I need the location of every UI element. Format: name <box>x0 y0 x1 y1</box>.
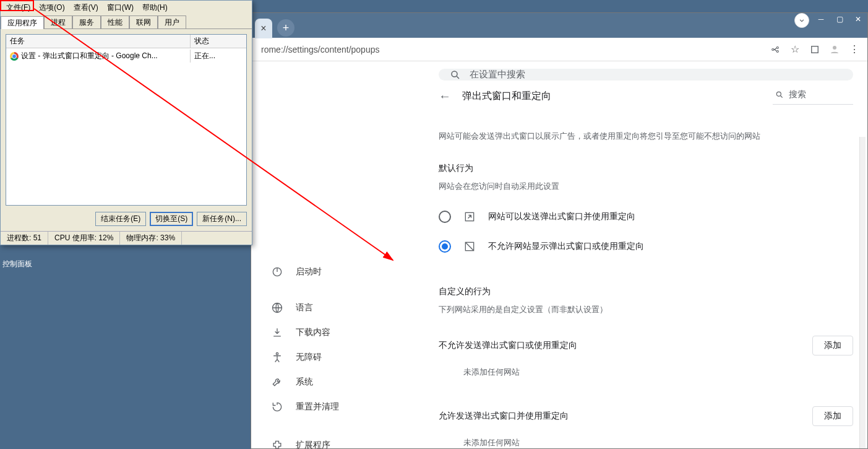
task-row[interactable]: 设置 - 弹出式窗口和重定向 - Google Ch... 正在... <box>6 48 246 64</box>
sidebar-label: 扩展程序 <box>296 440 330 448</box>
menu-file[interactable]: 文件(F) <box>2 1 35 12</box>
power-icon <box>271 266 283 278</box>
tab-network[interactable]: 联网 <box>129 15 158 28</box>
settings-content: 启动时 语言 下载内容 无障碍 系统 重置并清理 <box>251 61 867 448</box>
task-status: 正在... <box>191 50 246 63</box>
scrollbar[interactable] <box>859 137 866 448</box>
intro-text: 网站可能会发送弹出式窗口以展示广告，或者使用重定向将您引导至您可能不想访问的网站 <box>439 130 853 143</box>
status-cpu: CPU 使用率: 12% <box>48 232 120 245</box>
section-search-label: 搜索 <box>789 89 806 100</box>
address-bar[interactable]: rome://settings/content/popups <box>257 45 762 54</box>
settings-sidebar: 启动时 语言 下载内容 无障碍 系统 重置并清理 <box>251 61 424 448</box>
sidebar-label: 下载内容 <box>296 327 330 338</box>
chrome-window: × + ─ ▢ ✕ rome://settings/content/popups… <box>251 12 868 449</box>
col-task[interactable]: 任务 <box>6 35 191 48</box>
task-name: 设置 - 弹出式窗口和重定向 - Google Ch... <box>21 51 158 61</box>
tab-search-button[interactable] <box>794 13 809 28</box>
status-memory: 物理内存: 33% <box>120 232 182 245</box>
settings-search[interactable]: 在设置中搜索 <box>439 69 853 81</box>
menu-icon[interactable]: ⋮ <box>848 43 861 56</box>
radio-allow-label: 网站可以发送弹出式窗口并使用重定向 <box>488 211 635 222</box>
sidebar-item-downloads[interactable]: 下载内容 <box>260 320 424 345</box>
sidebar-label: 语言 <box>296 302 313 313</box>
blocklist-empty: 未添加任何网站 <box>439 358 853 386</box>
globe-icon <box>271 302 283 314</box>
back-arrow-icon[interactable]: ← <box>439 89 451 103</box>
radio-circle-selected <box>439 240 451 253</box>
new-tab-button[interactable]: + <box>277 19 294 37</box>
svg-rect-0 <box>812 46 819 53</box>
desktop-label-control-panel[interactable]: 控制面板 <box>2 259 32 269</box>
radio-block[interactable]: 不允许网站显示弹出式窗口或使用重定向 <box>439 232 853 261</box>
bookmark-icon[interactable]: ☆ <box>788 43 802 56</box>
blocklist-header: 不允许发送弹出式窗口或使用重定向 添加 <box>439 333 853 358</box>
omnibox-row: rome://settings/content/popups ☆ ⋮ <box>251 38 867 61</box>
tab-close-indicator[interactable]: × <box>255 19 272 38</box>
reading-list-icon[interactable] <box>808 43 822 56</box>
end-task-button[interactable]: 结束任务(E) <box>95 212 146 226</box>
tab-applications[interactable]: 应用程序 <box>1 16 44 29</box>
tab-performance[interactable]: 性能 <box>101 15 129 28</box>
allowlist-title: 允许发送弹出式窗口并使用重定向 <box>439 411 569 422</box>
sidebar-item-startup[interactable]: 启动时 <box>260 259 424 284</box>
task-cell: 设置 - 弹出式窗口和重定向 - Google Ch... <box>6 50 191 63</box>
minimize-button[interactable]: ─ <box>812 13 830 25</box>
sidebar-item-extensions[interactable]: 扩展程序 <box>260 433 424 448</box>
switch-to-button[interactable]: 切换至(S) <box>150 212 193 226</box>
sidebar-label: 系统 <box>296 377 313 388</box>
radio-block-label: 不允许网站显示弹出式窗口或使用重定向 <box>488 241 644 252</box>
section-search[interactable]: 搜索 <box>773 88 853 105</box>
sidebar-item-reset[interactable]: 重置并清理 <box>260 395 424 419</box>
custom-behavior-label: 自定义的行为 <box>439 286 853 297</box>
window-controls: ─ ▢ ✕ <box>794 13 867 28</box>
radio-allow[interactable]: 网站可以发送弹出式窗口并使用重定向 <box>439 202 853 232</box>
reset-icon <box>271 401 283 413</box>
add-allow-button[interactable]: 添加 <box>812 406 853 426</box>
sidebar-label: 启动时 <box>296 266 322 277</box>
tab-strip: × + ─ ▢ ✕ <box>251 13 867 38</box>
menu-help[interactable]: 帮助(H) <box>138 1 172 12</box>
popup-blocked-icon <box>463 240 476 253</box>
search-icon <box>775 90 784 99</box>
maximize-button[interactable]: ▢ <box>830 13 849 25</box>
accessibility-icon <box>271 351 283 364</box>
task-manager-statusbar: 进程数: 51 CPU 使用率: 12% 物理内存: 33% <box>1 231 252 245</box>
svg-point-5 <box>452 71 457 77</box>
tab-users[interactable]: 用户 <box>158 15 186 28</box>
status-processes: 进程数: 51 <box>1 232 48 245</box>
popup-icon <box>463 211 476 223</box>
add-block-button[interactable]: 添加 <box>812 336 853 355</box>
radio-circle <box>439 211 451 223</box>
task-manager-menu: 文件(F) 选项(O) 查看(V) 窗口(W) 帮助(H) <box>1 1 252 13</box>
share-icon[interactable] <box>768 43 782 56</box>
task-manager-buttons: 结束任务(E) 切换至(S) 新任务(N)... <box>6 212 247 226</box>
sidebar-item-system[interactable]: 系统 <box>260 370 424 395</box>
tab-processes[interactable]: 进程 <box>44 15 72 28</box>
popups-section: ← 弹出式窗口和重定向 搜索 网站可能会发送弹出式窗口以展示广告，或者使用重定向… <box>439 81 853 448</box>
custom-behavior-sub: 下列网站采用的是自定义设置（而非默认设置） <box>439 303 853 316</box>
svg-point-6 <box>776 92 781 96</box>
allowlist-empty: 未添加任何网站 <box>439 429 853 448</box>
search-icon <box>450 69 461 81</box>
col-status[interactable]: 状态 <box>191 35 246 48</box>
task-list-header: 任务 状态 <box>6 35 246 48</box>
profile-icon[interactable] <box>828 43 841 56</box>
task-list: 任务 状态 设置 - 弹出式窗口和重定向 - Google Ch... 正在..… <box>6 34 247 206</box>
allowlist-header: 允许发送弹出式窗口并使用重定向 添加 <box>439 404 853 429</box>
default-behavior-sub: 网站会在您访问时自动采用此设置 <box>439 180 853 193</box>
menu-view[interactable]: 查看(V) <box>69 1 103 12</box>
menu-options[interactable]: 选项(O) <box>35 1 69 12</box>
sidebar-label: 重置并清理 <box>296 401 339 412</box>
menu-window[interactable]: 窗口(W) <box>103 1 138 12</box>
task-manager-body: 任务 状态 设置 - 弹出式窗口和重定向 - Google Ch... 正在..… <box>1 29 252 231</box>
download-icon <box>271 326 283 339</box>
sidebar-item-language[interactable]: 语言 <box>260 295 424 320</box>
extension-icon <box>271 439 283 448</box>
close-button[interactable]: ✕ <box>849 13 867 25</box>
svg-point-4 <box>276 353 278 355</box>
new-task-button[interactable]: 新任务(N)... <box>197 212 247 226</box>
sidebar-item-accessibility[interactable]: 无障碍 <box>260 345 424 370</box>
sidebar-label: 无障碍 <box>296 352 322 363</box>
tab-services[interactable]: 服务 <box>72 15 101 28</box>
svg-point-1 <box>833 46 836 50</box>
